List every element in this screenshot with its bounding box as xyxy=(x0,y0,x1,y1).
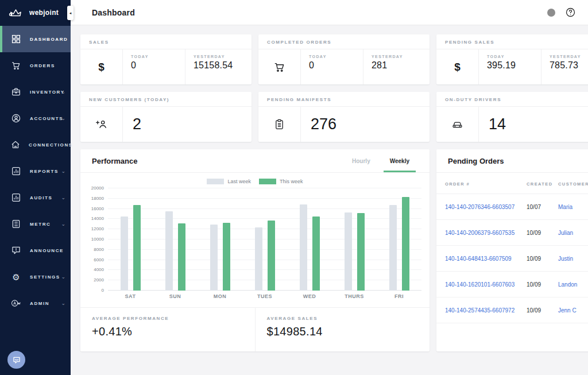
sidebar-nav: DASHBOARDORDERSINVENTORY⌄ACCOUNTS⌄CONNEC… xyxy=(0,26,71,316)
table-row: 140-140-2006379-6607535 10/09 Julian xyxy=(436,220,588,246)
sidebar-item-announce[interactable]: ANNOUNCE xyxy=(0,237,71,264)
order-number-link[interactable]: 140-140-2076346-6603507 xyxy=(436,204,527,210)
tab-hourly[interactable]: Hourly xyxy=(342,149,380,172)
chat-bubble-icon xyxy=(12,355,21,365)
card-title: COMPLETED ORDERS xyxy=(258,34,430,49)
help-icon[interactable] xyxy=(566,7,575,17)
sales-card: SALES $ TODAY 0 YESTERDAY 15158.54 xyxy=(80,34,252,84)
legend-item-this-week: This week xyxy=(259,179,303,184)
table-row: 140-140-648413-6607509 10/09 Justin xyxy=(436,246,588,272)
on-duty-drivers-card: ON-DUTY DRIVERS 14 xyxy=(436,92,588,142)
y-axis-tick: 4000 xyxy=(83,267,104,272)
sidebar-item-orders[interactable]: ORDERS xyxy=(0,52,71,79)
brand-name: webjoint xyxy=(29,9,59,17)
performance-title: Performance xyxy=(92,157,137,165)
dollar-icon: $ xyxy=(80,49,123,84)
chevron-down-icon: ⌄ xyxy=(61,301,65,306)
performance-panel: Performance Hourly Weekly Last weekThis … xyxy=(80,149,430,351)
sidebar-item-label: SETTINGS xyxy=(30,275,60,280)
home-icon xyxy=(11,140,20,149)
sidebar-item-admin[interactable]: ADMIN⌄ xyxy=(0,290,71,316)
pending-orders-title: Pending Orders xyxy=(448,157,504,165)
today-value: 0 xyxy=(309,60,363,71)
table-row: 140-140-1620101-6607603 10/09 Landon xyxy=(436,272,588,297)
legend-label: Last week xyxy=(227,179,251,184)
main-area: Dashboard SALES $ TODAY 0 xyxy=(71,0,588,375)
order-customer-link[interactable]: Julian xyxy=(558,230,588,236)
bar-group-mon xyxy=(198,188,242,291)
column-created: CREATED xyxy=(527,181,558,187)
sidebar-item-dashboard[interactable]: DASHBOARD xyxy=(0,26,71,52)
order-customer-link[interactable]: Justin xyxy=(558,256,588,262)
collapse-arrow-icon: ◂ xyxy=(69,11,72,16)
dashboard-grid-icon xyxy=(11,34,21,44)
x-axis-label: SAT xyxy=(108,293,153,299)
sidebar-item-inventory[interactable]: INVENTORY⌄ xyxy=(0,79,71,105)
column-order: ORDER # xyxy=(436,181,527,187)
x-axis-label: FRI xyxy=(377,293,421,299)
chevron-down-icon: ⌄ xyxy=(61,195,65,200)
average-performance-value: +0.41% xyxy=(92,325,255,338)
yesterday-value: 15158.54 xyxy=(194,60,252,71)
y-axis-tick: 20000 xyxy=(83,185,104,191)
sidebar-collapse-button[interactable]: ◂ xyxy=(67,6,74,20)
dollar-icon: $ xyxy=(436,49,479,84)
performance-tabs: Hourly Weekly xyxy=(342,149,419,172)
today-label: TODAY xyxy=(131,55,185,59)
order-customer-link[interactable]: Jenn C xyxy=(558,307,588,314)
card-title: NEW CUSTOMERS (TODAY) xyxy=(80,92,252,107)
table-row: 140-140-2076346-6603507 10/07 Maria xyxy=(436,194,588,220)
column-customer: CUSTOMER xyxy=(558,181,588,187)
sidebar-item-connections[interactable]: CONNECTIONS xyxy=(0,132,71,158)
y-axis-tick: 8000 xyxy=(83,247,104,252)
sidebar-item-audits[interactable]: AUDITS⌄ xyxy=(0,184,71,211)
bar-chart-icon xyxy=(11,167,21,176)
bar-last-week xyxy=(210,225,218,291)
bar-group-wed xyxy=(287,188,332,291)
order-number-link[interactable]: 140-140-2574435-6607972 xyxy=(436,307,527,314)
average-performance-cell: AVERAGE PERFORMANCE +0.41% xyxy=(80,308,255,351)
card-title: ON-DUTY DRIVERS xyxy=(436,92,588,107)
sidebar-item-accounts[interactable]: ACCOUNTS⌄ xyxy=(0,105,71,132)
sidebar-item-label: METRC xyxy=(30,222,51,227)
order-created: 10/09 xyxy=(527,307,558,314)
today-value: 395.19 xyxy=(487,60,541,71)
sidebar-item-reports[interactable]: REPORTS⌄ xyxy=(0,158,71,184)
chevron-down-icon: ⌄ xyxy=(61,222,65,227)
pending-sales-card: PENDING SALES $ TODAY 395.19 YESTERDAY 7… xyxy=(436,34,588,84)
bar-group-tues xyxy=(242,188,287,291)
today-label: TODAY xyxy=(487,55,541,59)
order-number-link[interactable]: 140-140-1620101-6607603 xyxy=(436,281,527,288)
account-icon xyxy=(11,114,21,123)
order-number-link[interactable]: 140-140-648413-6607509 xyxy=(436,256,527,262)
page-title: Dashboard xyxy=(92,8,135,17)
bar-this-week xyxy=(402,197,409,291)
today-value: 0 xyxy=(131,60,185,71)
sidebar-item-label: AUDITS xyxy=(30,195,52,200)
y-axis-tick: 2000 xyxy=(83,277,104,283)
x-axis-label: TUES xyxy=(242,293,287,299)
sidebar-item-metrc[interactable]: METRC⌄ xyxy=(0,211,71,237)
sidebar: webjoint DASHBOARDORDERSINVENTORY⌄ACCOUN… xyxy=(0,0,71,375)
bar-last-week xyxy=(389,205,397,291)
order-customer-link[interactable]: Maria xyxy=(558,204,588,210)
chat-button[interactable] xyxy=(7,351,25,369)
order-number-link[interactable]: 140-140-2006379-6607535 xyxy=(436,230,527,236)
brand-logo[interactable]: webjoint xyxy=(0,0,71,24)
pending-orders-panel: Pending Orders ORDER # CREATED CUSTOMER … xyxy=(436,149,588,351)
completed-orders-card: COMPLETED ORDERS TODAY 0 YESTERDAY 281 xyxy=(258,34,430,84)
sidebar-item-settings[interactable]: ⚙SETTINGS⌄ xyxy=(0,264,71,290)
bar-this-week xyxy=(268,221,275,291)
average-performance-label: AVERAGE PERFORMANCE xyxy=(92,316,255,321)
y-axis-tick: 18000 xyxy=(83,196,104,201)
bar-group-thurs xyxy=(332,188,377,291)
card-title: PENDING MANIFESTS xyxy=(258,92,430,107)
cart-icon xyxy=(258,49,301,84)
stat-value: 276 xyxy=(311,115,336,133)
stat-value: 2 xyxy=(133,115,141,133)
status-dot-icon[interactable] xyxy=(547,9,555,17)
tab-weekly[interactable]: Weekly xyxy=(380,149,419,172)
y-axis-tick: 0 xyxy=(83,288,104,293)
order-customer-link[interactable]: Landon xyxy=(558,281,588,288)
add-person-icon xyxy=(80,107,123,142)
